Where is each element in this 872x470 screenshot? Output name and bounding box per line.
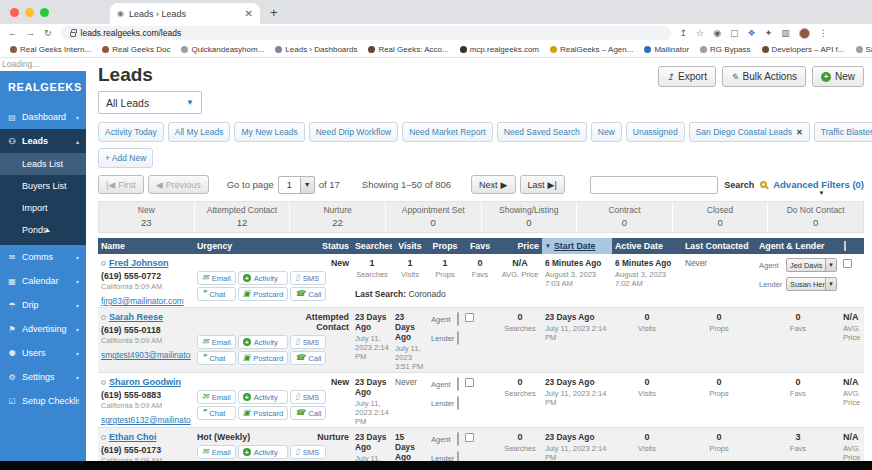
lead-email-link[interactable]: sgrgtest6132@mailinato [101, 415, 191, 425]
window-controls[interactable] [10, 8, 49, 17]
summary-appointment-set[interactable]: Appointment Set0 [386, 202, 482, 232]
agent-select[interactable]: Brian Johns▼ [457, 312, 459, 326]
sms-button[interactable]: ▯SMS [290, 445, 326, 459]
col-searches[interactable]: Searches [352, 241, 392, 251]
filter-chip[interactable]: New [591, 122, 622, 142]
email-button[interactable]: ✉Email [197, 390, 236, 404]
filter-chip[interactable]: Need Drip Workflow [309, 122, 398, 142]
lead-view-select[interactable]: All Leads ▼ [98, 91, 202, 114]
forward-icon[interactable]: → [26, 28, 35, 38]
lead-name-link[interactable]: Sharon Goodwin [109, 377, 181, 387]
sidebar-item-dashboard[interactable]: ▤ Dashboard ▾ [0, 105, 86, 129]
lead-email-link[interactable]: smgtest4903@mailinator [101, 350, 191, 360]
previous-page-button[interactable]: ◀Previous [148, 175, 209, 194]
lender-select[interactable]: Unassigned▼ [457, 451, 459, 461]
row-checkbox[interactable] [843, 259, 852, 268]
new-lead-button[interactable]: +New [812, 66, 864, 87]
close-window-icon[interactable] [10, 8, 19, 17]
col-status[interactable]: Status [300, 241, 352, 251]
col-start-date-sorted[interactable]: ▼Start Date [542, 238, 612, 254]
col-last-contacted[interactable]: Last Contacted [682, 241, 756, 251]
sidebar-item-users[interactable]: ⚉ Users ▾ [0, 341, 86, 365]
call-button[interactable]: ☎Call [290, 351, 326, 365]
extensions-puzzle-icon[interactable]: ✦ [765, 28, 773, 38]
sms-button[interactable]: ▯SMS [290, 271, 326, 285]
lead-email-link[interactable]: fjrg83@mailinator.com [101, 296, 191, 306]
sidebar-item-drip[interactable]: ☂ Drip ▾ [0, 293, 86, 317]
remove-filter-icon[interactable]: ✕ [796, 128, 803, 137]
lender-select[interactable]: Susan Hend▼ [786, 277, 837, 291]
bulk-actions-button[interactable]: ✎Bulk Actions [722, 66, 806, 87]
bookmark[interactable]: Developers – API f... [762, 45, 845, 54]
add-new-filter-button[interactable]: + Add New [98, 148, 153, 168]
minimize-window-icon[interactable] [25, 8, 34, 17]
bookmark[interactable]: RG Bypass [700, 45, 750, 54]
agent-select[interactable]: Patrick Reev▼ [457, 377, 459, 391]
next-page-button[interactable]: Next▶ [471, 175, 515, 194]
sidebar-item-ponds[interactable]: Ponds ➤ [0, 219, 86, 241]
row-checkbox[interactable] [465, 433, 474, 442]
summary-new[interactable]: New23 [99, 202, 195, 232]
sidebar-item-setup-checklist[interactable]: ☑ Setup Checklist [0, 389, 86, 413]
summary-contract[interactable]: Contract0 [577, 202, 673, 232]
filter-chip[interactable]: Unassigned [626, 122, 685, 142]
col-urgency[interactable]: Urgency [194, 241, 300, 251]
row-checkbox[interactable] [465, 378, 474, 387]
postcard-button[interactable]: ▣Postcard [238, 287, 289, 301]
search-icon[interactable] [760, 181, 767, 188]
select-all-checkbox[interactable] [844, 241, 846, 251]
sms-button[interactable]: ▯SMS [290, 390, 326, 404]
export-button[interactable]: ↥Export [658, 66, 716, 87]
agent-select[interactable]: Jed Davis▼ [786, 258, 837, 272]
fullscreen-extension-icon[interactable]: ▢ [730, 28, 739, 38]
bookmark[interactable]: Quickandeasyhom... [181, 45, 264, 54]
call-button[interactable]: ☎Call [290, 406, 326, 420]
bookmark[interactable]: mcp.realgeeks.com [460, 45, 539, 54]
bookmark[interactable]: San Diego Real Es... [856, 45, 872, 54]
filter-chip-closable[interactable]: Traffic Blaster✕ [814, 122, 872, 142]
col-price[interactable]: Price [498, 241, 542, 251]
activity-button[interactable]: +Activity [238, 390, 289, 404]
email-button[interactable]: ✉Email [197, 335, 236, 349]
postcard-button[interactable]: ▣Postcard [238, 351, 289, 365]
summary-do-not-contact[interactable]: Do Not Contact0 [768, 202, 863, 232]
search-input[interactable] [590, 176, 718, 194]
summary-closed[interactable]: Closed0 [673, 202, 769, 232]
sidebar-item-leads-list[interactable]: Leads List [0, 153, 86, 175]
postcard-button[interactable]: ▣Postcard [238, 406, 289, 420]
sidebar-item-settings[interactable]: ⚙ Settings ▾ [0, 365, 86, 389]
maximize-window-icon[interactable] [40, 8, 49, 17]
bookmark[interactable]: Real Geeks Doc [102, 45, 170, 54]
lender-select[interactable]: Unassigned▼ [457, 331, 459, 345]
activity-button[interactable]: +Activity [238, 445, 289, 459]
filter-chip[interactable]: All My Leads [168, 122, 231, 142]
reload-icon[interactable]: ↻ [44, 28, 52, 38]
col-visits[interactable]: Visits [392, 241, 428, 251]
filter-chip[interactable]: Activity Today [98, 122, 164, 142]
last-page-button[interactable]: Last▶| [520, 175, 565, 194]
sidebar-item-comms[interactable]: ✉ Comms ▾ [0, 245, 86, 269]
lead-name-link[interactable]: Sarah Reese [109, 312, 163, 322]
bookmark[interactable]: Real Geeks: Acco... [368, 45, 448, 54]
camera-extension-icon[interactable]: ◉ [713, 28, 721, 38]
tab-close-icon[interactable]: ✕ [245, 8, 253, 19]
back-icon[interactable]: ← [8, 28, 17, 38]
bookmark[interactable]: Leads › Dashboards [275, 45, 357, 54]
col-active-date[interactable]: Active Date [612, 241, 682, 251]
row-checkbox[interactable] [465, 313, 474, 322]
page-select[interactable]: 1▼ [278, 176, 315, 194]
sms-button[interactable]: ▯SMS [290, 335, 326, 349]
call-button[interactable]: ☎Call [290, 287, 326, 301]
col-name[interactable]: Name [98, 241, 194, 251]
summary-attempted-contact[interactable]: Attempted Contact12 [195, 202, 291, 232]
advanced-filters-link[interactable]: Advanced Filters (0)▼ [773, 179, 864, 190]
bookmark-star-icon[interactable]: ☆ [696, 28, 704, 38]
activity-button[interactable]: +Activity [238, 271, 289, 285]
col-agent-lender[interactable]: Agent & Lender [756, 241, 840, 251]
lead-name-link[interactable]: Ethan Choi [109, 432, 157, 442]
agent-select[interactable]: Jed Davis▼ [457, 432, 459, 446]
filter-chip[interactable]: Need Saved Search [497, 122, 587, 142]
lender-select[interactable]: Unassigned▼ [457, 396, 459, 410]
email-button[interactable]: ✉Email [197, 271, 236, 285]
address-bar[interactable]: leads.realgeeks.com/leads [61, 26, 671, 40]
